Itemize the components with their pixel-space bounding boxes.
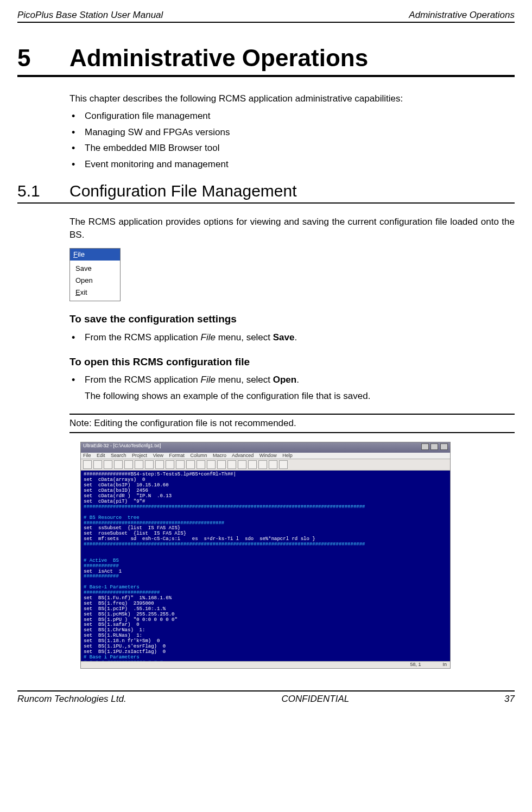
text-span-bold: Save — [273, 332, 295, 342]
status-position: 58, 1 — [410, 662, 421, 668]
editor-title: UltraEdit-32 - [C:\AutoTest\cnfg1.txt] — [83, 443, 161, 452]
menu-item[interactable]: Search — [111, 453, 126, 458]
menu-item[interactable]: Edit — [97, 453, 105, 458]
toolbar-icon[interactable] — [197, 460, 205, 469]
status-mode: In — [442, 662, 447, 668]
section-title: Configuration File Management — [69, 182, 297, 200]
toolbar-icon[interactable] — [124, 460, 133, 469]
menu-item-label: Open — [75, 276, 93, 284]
text-span: . — [296, 375, 299, 385]
toolbar-icon[interactable] — [83, 460, 92, 469]
window-buttons — [421, 443, 448, 452]
toolbar-icon[interactable] — [227, 460, 236, 469]
text-span-bold: Open — [273, 375, 296, 385]
list-item: From the RCMS application File menu, sel… — [69, 331, 515, 344]
file-menu-title[interactable]: File — [70, 249, 120, 261]
header-left: PicoPlus Base Station User Manual — [17, 10, 163, 21]
subheading-save: To save the configuration settings — [69, 312, 515, 327]
editor-code-area: ################BS4-step:5-Tests5.lp#BS+… — [81, 471, 450, 661]
toolbar-icon[interactable] — [186, 460, 195, 469]
list-item: Managing SW and FPGAs versions — [69, 126, 515, 139]
editor-titlebar: UltraEdit-32 - [C:\AutoTest\cnfg1.txt] — [81, 442, 450, 453]
text-span: From the RCMS application — [85, 332, 201, 342]
open-bullet-list: From the RCMS application File menu, sel… — [69, 373, 515, 403]
menu-item[interactable]: Advanced — [232, 453, 254, 458]
note-box: Note: Editing the configuration file is … — [69, 414, 515, 433]
follow-text: The following shows an example of the co… — [85, 390, 515, 403]
section-heading: 5.1 Configuration File Management — [17, 182, 515, 204]
text-span: . — [294, 332, 297, 342]
footer-left: Runcom Technologies Ltd. — [17, 694, 126, 705]
toolbar-icon[interactable] — [217, 460, 226, 469]
menu-item-underline: E — [75, 288, 80, 296]
editor-menubar: File Edit Search Project View Format Col… — [81, 453, 450, 460]
editor-toolbar — [81, 459, 450, 471]
menu-item[interactable]: View — [153, 453, 163, 458]
menu-item[interactable]: Window — [259, 453, 277, 458]
text-editor-screenshot: UltraEdit-32 - [C:\AutoTest\cnfg1.txt] F… — [80, 442, 451, 669]
chapter-title: Administrative Operations — [69, 45, 368, 72]
menu-item-exit[interactable]: Exit — [70, 287, 120, 299]
editor-statusbar: 58, 1 In — [81, 661, 450, 668]
menu-item[interactable]: Help — [282, 453, 293, 458]
toolbar-icon[interactable] — [279, 460, 288, 469]
toolbar-icon[interactable] — [135, 460, 143, 469]
toolbar-icon[interactable] — [176, 460, 185, 469]
menu-item-label: xit — [80, 288, 87, 296]
save-bullet-list: From the RCMS application File menu, sel… — [69, 331, 515, 344]
text-span-italic: File — [201, 375, 216, 385]
toolbar-icon[interactable] — [269, 460, 277, 469]
toolbar-icon[interactable] — [104, 460, 112, 469]
toolbar-icon[interactable] — [166, 460, 174, 469]
intro-paragraph: This chapter describes the following RCM… — [69, 92, 515, 105]
maximize-icon[interactable] — [430, 443, 438, 450]
menu-item[interactable]: Format — [169, 453, 185, 458]
toolbar-icon[interactable] — [145, 460, 154, 469]
toolbar-icon[interactable] — [207, 460, 216, 469]
file-menu-title-rest: ile — [78, 250, 85, 258]
menu-item-save[interactable]: Save — [70, 263, 120, 275]
file-menu-screenshot: File Save Open Exit — [69, 248, 121, 302]
menu-item-label: Save — [75, 264, 92, 272]
list-item: The embedded MIB Browser tool — [69, 142, 515, 155]
list-item: From the RCMS application File menu, sel… — [69, 373, 515, 403]
chapter-heading: 5 Administrative Operations — [17, 45, 515, 77]
footer-center: CONFIDENTIAL — [282, 694, 350, 705]
page-footer: Runcom Technologies Ltd. CONFIDENTIAL 37 — [17, 690, 515, 705]
header-right: Administrative Operations — [409, 10, 515, 21]
minimize-icon[interactable] — [421, 443, 429, 450]
list-item: Configuration file management — [69, 110, 515, 123]
page-header: PicoPlus Base Station User Manual Admini… — [17, 10, 515, 23]
subheading-open: To open this RCMS configuration file — [69, 355, 515, 370]
footer-right: 37 — [504, 694, 515, 705]
menu-item[interactable]: Column — [191, 453, 207, 458]
file-menu-title-underline: F — [73, 250, 78, 258]
intro-bullet-list: Configuration file management Managing S… — [69, 110, 515, 171]
menu-item[interactable]: File — [83, 453, 91, 458]
menu-item[interactable]: Macro — [213, 453, 226, 458]
toolbar-icon[interactable] — [114, 460, 123, 469]
menu-item[interactable]: Project — [132, 453, 147, 458]
toolbar-icon[interactable] — [93, 460, 102, 469]
text-span-italic: File — [201, 332, 216, 342]
text-span: menu, select — [216, 375, 273, 385]
list-item: Event monitoring and management — [69, 158, 515, 171]
section-paragraph: The RCMS application provides options fo… — [69, 215, 515, 242]
toolbar-icon[interactable] — [258, 460, 267, 469]
section-number: 5.1 — [17, 182, 69, 200]
text-span: menu, select — [216, 332, 273, 342]
chapter-number: 5 — [17, 45, 69, 72]
menu-item-open[interactable]: Open — [70, 275, 120, 287]
toolbar-icon[interactable] — [248, 460, 257, 469]
toolbar-icon[interactable] — [155, 460, 164, 469]
close-icon[interactable] — [440, 443, 448, 450]
toolbar-icon[interactable] — [238, 460, 246, 469]
text-span: From the RCMS application — [85, 375, 201, 385]
